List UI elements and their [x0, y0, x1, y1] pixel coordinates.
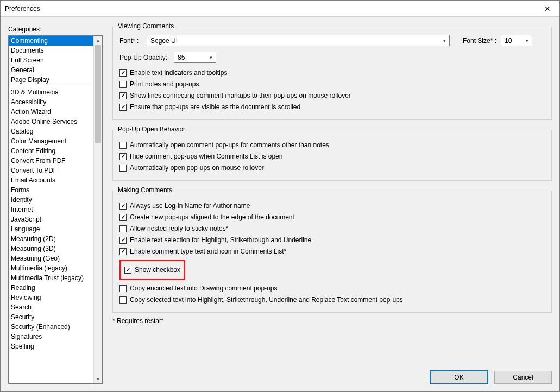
checkbox[interactable] — [119, 69, 127, 77]
popup-option[interactable]: Automatically open pop-ups on mouse roll… — [119, 163, 545, 172]
making-comments-legend: Making Comments — [116, 186, 174, 194]
cancel-button[interactable]: Cancel — [494, 371, 552, 384]
font-combobox[interactable]: Segoe UI ▾ — [147, 35, 450, 46]
checkbox[interactable] — [119, 225, 127, 232]
preferences-dialog: Preferences ✕ Categories: CommentingDocu… — [0, 0, 560, 392]
categories-item[interactable]: Security — [9, 312, 93, 322]
viewing-option[interactable]: Enable text indicators and tooltips — [119, 68, 545, 77]
categories-item[interactable]: Full Screen — [9, 55, 93, 65]
categories-item[interactable]: Multimedia (legacy) — [9, 263, 93, 273]
categories-item[interactable]: Commenting — [9, 36, 93, 46]
dialog-button-bar: OK Cancel — [112, 365, 552, 384]
categories-column: Categories: CommentingDocumentsFull Scre… — [8, 22, 103, 384]
categories-item[interactable]: Security (Enhanced) — [9, 322, 93, 332]
making-option[interactable]: Always use Log-in Name for Author name — [119, 201, 545, 210]
making-comments-group: Making Comments Always use Log-in Name f… — [112, 191, 552, 313]
popup-option[interactable]: Automatically open comment pop-ups for c… — [119, 141, 545, 149]
categories-item[interactable]: Reading — [9, 283, 93, 293]
checkbox[interactable] — [119, 104, 127, 111]
categories-item[interactable]: Page Display — [9, 75, 93, 85]
checkbox[interactable] — [119, 248, 127, 255]
making-option[interactable]: Show checkbox — [124, 265, 180, 274]
categories-scrollbar[interactable]: ▲ ▼ — [93, 36, 102, 383]
categories-item[interactable]: Adobe Online Services — [9, 117, 93, 127]
categories-item[interactable]: Documents — [9, 46, 93, 55]
close-icon: ✕ — [544, 4, 551, 13]
scroll-up-icon[interactable]: ▲ — [94, 36, 102, 45]
categories-item[interactable]: Identity — [9, 195, 93, 205]
font-size-value: 10 — [501, 37, 522, 45]
categories-listbox[interactable]: CommentingDocumentsFull ScreenGeneralPag… — [8, 35, 103, 384]
viewing-option[interactable]: Ensure that pop-ups are visible as the d… — [119, 103, 545, 111]
categories-item[interactable]: Accessibility — [9, 97, 93, 107]
categories-item[interactable]: General — [9, 65, 93, 75]
checkbox-label: Enable text selection for Highlight, Str… — [130, 236, 311, 244]
viewing-option[interactable]: Print notes and pop-ups — [119, 80, 545, 88]
categories-item[interactable]: Content Editing — [9, 146, 93, 156]
making-option[interactable]: Create new pop-ups aligned to the edge o… — [119, 213, 545, 222]
categories-item[interactable]: Multimedia Trust (legacy) — [9, 273, 93, 283]
scroll-down-icon[interactable]: ▼ — [94, 375, 102, 383]
categories-item[interactable]: Color Management — [9, 136, 93, 146]
categories-item[interactable]: Measuring (3D) — [9, 244, 93, 254]
checkbox-label: Hide comment pop-ups when Comments List … — [130, 152, 282, 161]
checkbox[interactable] — [119, 81, 127, 88]
categories-separator — [11, 86, 91, 86]
making-option[interactable]: Allow nested reply to sticky notes* — [119, 224, 545, 233]
checkbox[interactable] — [119, 237, 127, 244]
categories-item[interactable]: Convert To PDF — [9, 166, 93, 175]
scroll-thumb[interactable] — [95, 45, 101, 143]
close-button[interactable]: ✕ — [535, 1, 559, 17]
checkbox[interactable] — [119, 153, 127, 160]
opacity-combobox[interactable]: 85 ▾ — [174, 52, 216, 63]
checkbox-label: Allow nested reply to sticky notes* — [130, 224, 228, 233]
checkbox[interactable] — [119, 296, 127, 304]
font-value: Segoe UI — [147, 37, 439, 45]
chevron-down-icon: ▾ — [522, 38, 532, 43]
checkbox[interactable] — [119, 285, 127, 292]
categories-item[interactable]: 3D & Multimedia — [9, 87, 93, 97]
categories-item[interactable]: Catalog — [9, 127, 93, 136]
checkbox[interactable] — [124, 267, 131, 274]
viewing-comments-group: Viewing Comments Font* : Segoe UI ▾ Font… — [112, 27, 552, 120]
making-option[interactable]: Enable comment type text and icon in Com… — [119, 247, 545, 256]
making-option[interactable]: Copy selected text into Highlight, Strik… — [119, 295, 545, 304]
checkbox-label: Automatically open comment pop-ups for c… — [130, 141, 329, 149]
checkbox-label: Print notes and pop-ups — [130, 80, 199, 88]
chevron-down-icon: ▾ — [439, 38, 449, 43]
checkbox[interactable] — [119, 203, 127, 210]
checkbox-label: Automatically open pop-ups on mouse roll… — [130, 163, 264, 172]
checkbox[interactable] — [119, 142, 127, 149]
font-size-combobox[interactable]: 10 ▾ — [501, 35, 532, 46]
viewing-option[interactable]: Show lines connecting comment markups to… — [119, 91, 545, 100]
ok-button[interactable]: OK — [430, 371, 488, 384]
categories-item[interactable]: Measuring (2D) — [9, 234, 93, 244]
checkbox[interactable] — [119, 165, 127, 172]
highlighted-option: Show checkbox — [119, 260, 185, 280]
making-option[interactable]: Enable text selection for Highlight, Str… — [119, 236, 545, 244]
categories-item[interactable]: JavaScript — [9, 214, 93, 224]
categories-item[interactable]: Language — [9, 224, 93, 234]
popup-option[interactable]: Hide comment pop-ups when Comments List … — [119, 152, 545, 161]
popup-behavior-group: Pop-Up Open Behavior Automatically open … — [112, 130, 552, 181]
checkbox-label: Copy selected text into Highlight, Strik… — [130, 295, 403, 304]
checkbox[interactable] — [119, 92, 127, 99]
window-title: Preferences — [5, 5, 535, 12]
categories-item[interactable]: Measuring (Geo) — [9, 254, 93, 263]
checkbox-label: Ensure that pop-ups are visible as the d… — [130, 103, 300, 111]
categories-item[interactable]: Action Wizard — [9, 107, 93, 117]
popup-behavior-legend: Pop-Up Open Behavior — [116, 125, 187, 133]
categories-item[interactable]: Search — [9, 302, 93, 312]
categories-item[interactable]: Signatures — [9, 332, 93, 342]
checkbox[interactable] — [119, 214, 127, 221]
checkbox-label: Show checkbox — [135, 265, 180, 274]
making-option[interactable]: Copy encircled text into Drawing comment… — [119, 284, 545, 293]
checkbox-label: Show lines connecting comment markups to… — [130, 91, 351, 100]
categories-item[interactable]: Internet — [9, 205, 93, 214]
categories-item[interactable]: Convert From PDF — [9, 156, 93, 166]
categories-item[interactable]: Forms — [9, 185, 93, 195]
categories-item[interactable]: Spelling — [9, 342, 93, 351]
categories-label: Categories: — [8, 26, 103, 33]
categories-item[interactable]: Reviewing — [9, 293, 93, 302]
categories-item[interactable]: Email Accounts — [9, 175, 93, 185]
